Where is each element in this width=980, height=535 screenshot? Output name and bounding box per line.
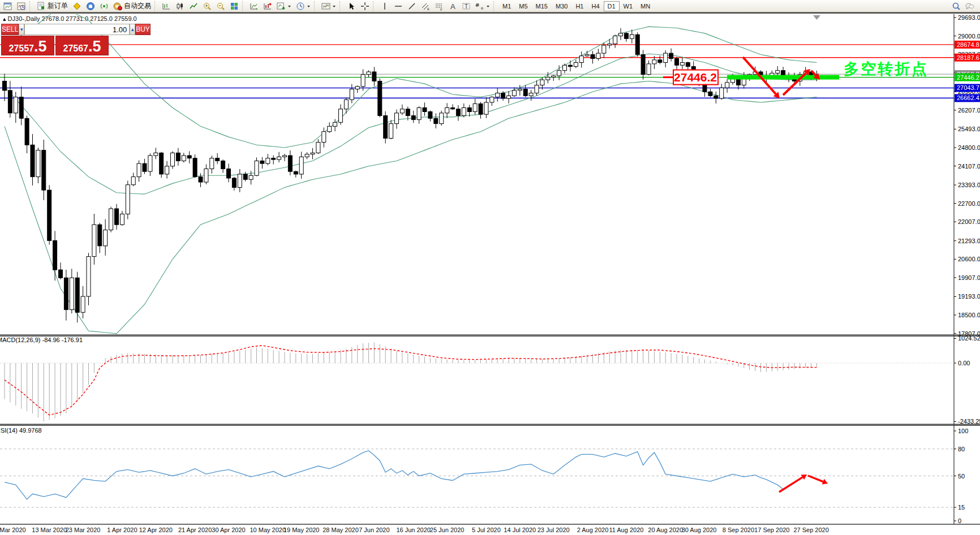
candle-chart-mode-button[interactable] bbox=[173, 0, 187, 12]
date-tick-label: 27 Sep 2020 bbox=[793, 527, 828, 533]
chat-button[interactable] bbox=[963, 0, 977, 12]
svg-text:E: E bbox=[427, 7, 429, 11]
channel-tool[interactable]: E bbox=[419, 0, 432, 12]
tf-m1[interactable]: M1 bbox=[498, 1, 515, 11]
template-button[interactable] bbox=[319, 0, 338, 12]
blue-badge-icon bbox=[86, 2, 95, 11]
buy-price: 27567 bbox=[63, 43, 88, 54]
bollinger-bands bbox=[5, 14, 817, 334]
tf-h4[interactable]: H4 bbox=[587, 1, 603, 11]
tf-m5[interactable]: M5 bbox=[515, 1, 531, 11]
vertical-line-tool[interactable] bbox=[378, 0, 392, 12]
line-chart-mode-button[interactable] bbox=[187, 0, 200, 12]
period-clock-button[interactable] bbox=[294, 0, 313, 12]
add-indicator-button[interactable] bbox=[274, 0, 294, 12]
tile-windows-button[interactable] bbox=[227, 0, 241, 12]
volume-increase-button[interactable]: ▲ bbox=[130, 24, 135, 35]
tf-h1[interactable]: H1 bbox=[571, 1, 587, 11]
price-level-badge-value: 26662.4 bbox=[957, 94, 979, 101]
price-tick-label: 20600.0 bbox=[958, 256, 980, 262]
date-tick-label: 1 Apr 2020 bbox=[107, 527, 137, 533]
fibonacci-tool[interactable]: F bbox=[432, 0, 446, 12]
rsi-scale-label: 50 bbox=[958, 473, 965, 480]
sell-price-box[interactable]: 27557.5 bbox=[1, 36, 54, 55]
price-level-badge-value: 28187.6 bbox=[957, 54, 979, 61]
dropdown-caret-icon bbox=[332, 2, 336, 11]
market-watch-button[interactable] bbox=[70, 0, 84, 12]
date-axis[interactable]: 4 Mar 202013 Mar 202023 Mar 20201 Apr 20… bbox=[0, 527, 829, 533]
volume-decrease-button[interactable]: ▼ bbox=[19, 24, 24, 35]
arrows-tool[interactable] bbox=[473, 0, 492, 12]
tf-m30[interactable]: M30 bbox=[552, 1, 571, 11]
data-window-button[interactable] bbox=[247, 0, 261, 12]
search-button[interactable] bbox=[949, 0, 963, 12]
buy-price-box[interactable]: 27567.5 bbox=[55, 36, 109, 55]
zoom-out-button[interactable] bbox=[214, 0, 227, 12]
chart-shift-marker-icon bbox=[813, 15, 820, 20]
signals-button[interactable] bbox=[97, 0, 111, 12]
clock-icon bbox=[296, 2, 305, 11]
tf-w1[interactable]: W1 bbox=[620, 1, 637, 11]
rsi-panel: RSI(14) 49.97681008050150 bbox=[0, 427, 968, 524]
date-tick-label: 4 Mar 2020 bbox=[0, 527, 26, 533]
community-button[interactable] bbox=[84, 0, 97, 12]
autotrading-button[interactable]: 自动交易 bbox=[111, 0, 153, 12]
sell-button[interactable]: SELL bbox=[1, 24, 19, 35]
new-chart-icon bbox=[3, 2, 12, 11]
cursor-tool-button[interactable] bbox=[345, 0, 358, 12]
text-label-tool[interactable]: T bbox=[459, 0, 473, 12]
date-tick-label: 30 Apr 2020 bbox=[212, 527, 245, 533]
profiles-button[interactable] bbox=[15, 0, 28, 12]
volume-input[interactable] bbox=[24, 24, 130, 35]
macd-signal-line bbox=[5, 346, 817, 415]
date-tick-label: 16 Jun 2020 bbox=[396, 527, 431, 533]
bar-chart-mode-button[interactable] bbox=[160, 0, 173, 12]
crosshair-tool-button[interactable] bbox=[358, 0, 372, 12]
tf-d1[interactable]: D1 bbox=[604, 1, 620, 11]
mt4-window: { "toolbar": { "new_order_label": "新订单",… bbox=[0, 0, 980, 535]
add-indicator-icon bbox=[277, 2, 286, 11]
new-order-button[interactable]: 新订单 bbox=[35, 0, 70, 12]
toolbar-separator bbox=[314, 1, 318, 11]
main-toolbar: 新订单 自动交易 bbox=[0, 0, 980, 12]
date-tick-label: 17 Sep 2020 bbox=[754, 527, 789, 533]
price-level-badge-value: 27043.7 bbox=[957, 84, 979, 91]
dropdown-caret-icon bbox=[307, 2, 311, 11]
buy-button[interactable]: BUY bbox=[135, 24, 151, 35]
date-tick-label: 8 Sep 2020 bbox=[723, 527, 754, 533]
strategy-tester-button[interactable] bbox=[261, 0, 274, 12]
price-tick-label: 29000.0 bbox=[958, 33, 980, 40]
tf-mn[interactable]: MN bbox=[637, 1, 654, 11]
trendline-tool[interactable] bbox=[405, 0, 419, 12]
macd-label: MACD(12,26,9) -84.96 -176.91 bbox=[0, 336, 83, 343]
text-tool[interactable]: A bbox=[446, 0, 459, 12]
zoom-in-button[interactable] bbox=[200, 0, 214, 12]
search-icon bbox=[952, 2, 961, 11]
zoom-in-icon bbox=[203, 2, 212, 11]
toolbar-separator bbox=[242, 1, 246, 11]
bar-chart-icon bbox=[162, 2, 171, 11]
template-chart-icon bbox=[321, 2, 330, 11]
data-window-icon bbox=[250, 2, 259, 11]
yellow-diamond-icon bbox=[72, 2, 81, 11]
tf-m15[interactable]: M15 bbox=[532, 1, 552, 11]
vertical-line-icon bbox=[380, 2, 389, 11]
date-tick-label: 14 Jul 2020 bbox=[504, 527, 536, 533]
sell-price: 27557 bbox=[8, 43, 34, 54]
strategy-tester-icon bbox=[263, 2, 272, 11]
date-tick-label: 11 Aug 2020 bbox=[609, 527, 643, 533]
price-tick-label: 22007.0 bbox=[958, 218, 980, 225]
toolbar-separator bbox=[29, 1, 33, 11]
rsi-arrows bbox=[779, 474, 828, 492]
signal-icon bbox=[100, 2, 109, 11]
chart-canvas[interactable]: 27446.2多空转折点29693.029000.026900.026207.0… bbox=[0, 14, 980, 535]
sell-price-pips: .5 bbox=[34, 39, 47, 54]
price-tick-label: 26207.0 bbox=[958, 107, 980, 114]
macd-scale-label: 0.00 bbox=[958, 360, 970, 366]
horizontal-line-tool[interactable] bbox=[392, 0, 405, 12]
new-chart-button[interactable] bbox=[1, 0, 15, 12]
date-tick-label: 19 May 2020 bbox=[283, 527, 320, 533]
rsi-scale-label: 0 bbox=[958, 517, 961, 524]
dropdown-caret-icon bbox=[287, 2, 291, 11]
dropdown-caret-icon bbox=[486, 2, 490, 11]
